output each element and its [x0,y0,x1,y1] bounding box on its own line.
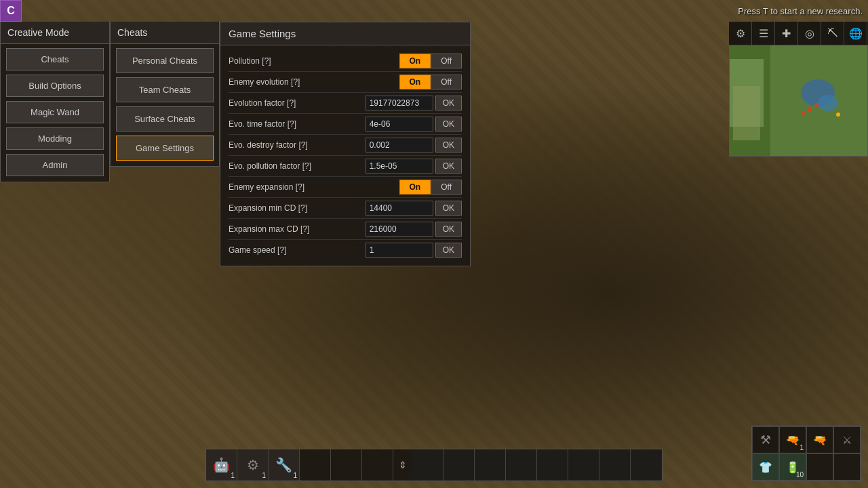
eq-slot-pistol[interactable]: 🔫 1 [779,426,806,453]
globe-icon[interactable]: 🌐 [844,22,867,45]
eq-slot-sword[interactable]: ⚔ [833,426,861,453]
hotbar-slot-6[interactable] [362,449,393,481]
minimap-svg [730,45,868,157]
hotbar-count-1: 1 [231,472,235,479]
evo-pollution-factor-input[interactable] [366,159,433,174]
enemy-evolution-row: Enemy evolution [?] On Off [229,72,462,93]
expansion-min-cd-controls: OK [366,201,462,216]
enemy-evo-off-btn[interactable]: Off [431,75,462,89]
pollution-toggle: On Off [399,54,462,68]
hotbar-divider[interactable]: ⇕ [393,449,412,481]
eq-slot-armor[interactable]: 👕 [752,453,779,481]
evolution-factor-input[interactable] [366,96,433,110]
game-speed-ok[interactable]: OK [435,243,462,258]
list-icon[interactable]: ☰ [752,22,775,45]
cm-btn-cheats[interactable]: Cheats [6,48,104,70]
expansion-max-cd-label: Expansion max CD [?] [229,224,366,234]
gun2-icon: 🔫 [813,434,827,447]
pistol-icon: 🔫 [786,434,800,447]
svg-point-7 [814,103,818,107]
cm-btn-magic-wand[interactable]: Magic Wand [6,101,104,123]
factory-icon[interactable]: ⛏ [821,22,844,45]
hotbar-slot-10[interactable] [506,449,537,481]
evo-destroy-factor-label: Evo. destroy factor [?] [229,140,366,150]
cm-btn-modding[interactable]: Modding [6,127,104,150]
expansion-min-cd-row: Expansion min CD [?] OK [229,198,462,219]
pickaxe-icon: ⚒ [760,432,771,447]
expansion-min-cd-ok[interactable]: OK [435,201,462,216]
enemy-evolution-controls: On Off [399,75,462,89]
research-notification: Press T to start a new research. [738,6,863,16]
hotbar-slot-3[interactable]: 🔧 1 [269,449,300,481]
hotbar-slot-11[interactable] [537,449,568,481]
eq-slot-gun2[interactable]: 🔫 [806,426,833,453]
pollution-on-btn[interactable]: On [399,54,431,68]
hotbar: 🤖 1 ⚙ 1 🔧 1 ⇕ [205,449,663,481]
pollution-row: Pollution [?] On Off [229,51,462,72]
evo-pollution-factor-ok[interactable]: OK [435,159,462,174]
game-settings-btn[interactable]: Game Settings [116,136,214,161]
evo-destroy-factor-ok[interactable]: OK [435,138,462,152]
eq-slot-empty1[interactable] [806,453,833,481]
hotbar-slot-4[interactable] [300,449,331,481]
game-settings-panel: Game Settings Pollution [?] On Off Enemy… [220,22,471,266]
svg-point-8 [801,111,805,115]
hotbar-slot-2[interactable]: ⚙ 1 [237,449,269,481]
evo-time-factor-label: Evo. time factor [?] [229,119,366,129]
toolbar-icons: ⚙ ☰ ✚ ◎ ⛏ 🌐 [729,22,868,45]
add-icon[interactable]: ✚ [775,22,798,45]
expansion-max-cd-controls: OK [366,222,462,237]
enemy-evo-on-btn[interactable]: On [399,75,431,89]
hotbar-slot-8[interactable] [443,449,475,481]
cheats-title: Cheats [111,22,219,44]
battery-count: 10 [796,471,804,479]
pollution-label: Pollution [?] [229,56,399,66]
enemy-expansion-controls: On Off [399,180,462,195]
eq-slot-pickaxe[interactable]: ⚒ [752,426,779,453]
enemy-expansion-label: Enemy expansion [?] [229,182,399,192]
map-pin-icon[interactable]: ◎ [798,22,821,45]
personal-cheats-btn[interactable]: Personal Cheats [116,48,214,73]
hotbar-slot-7[interactable] [412,449,443,481]
enemy-exp-on-btn[interactable]: On [399,180,431,195]
pistol-count: 1 [800,444,804,451]
hotbar-count-2: 1 [262,472,266,479]
surface-cheats-btn[interactable]: Surface Cheats [116,106,214,131]
logo-button[interactable]: C [0,0,22,22]
eq-slot-empty2[interactable] [833,453,861,481]
sword-icon: ⚔ [842,434,852,447]
evo-pollution-factor-row: Evo. pollution factor [?] OK [229,156,462,177]
evo-time-factor-ok[interactable]: OK [435,117,462,131]
hotbar-slot-13[interactable] [599,449,631,481]
hotbar-slot-14[interactable] [631,449,662,481]
enemy-exp-off-btn[interactable]: Off [431,180,462,195]
cm-btn-admin[interactable]: Admin [6,154,104,176]
hotbar-slot-5[interactable] [331,449,362,481]
expansion-max-cd-input[interactable] [366,222,433,237]
hotbar-icon-1: 🤖 [213,457,230,473]
eq-slot-battery[interactable]: 🔋 10 [779,453,806,481]
evo-time-factor-controls: OK [366,117,462,131]
hotbar-slot-9[interactable] [475,449,506,481]
hotbar-slot-12[interactable] [568,449,599,481]
game-speed-label: Game speed [?] [229,245,366,255]
hotbar-slot-1[interactable]: 🤖 1 [206,449,237,481]
cheats-panel: Cheats Personal Cheats Team Cheats Surfa… [110,22,220,167]
pollution-controls: On Off [399,54,462,68]
cm-btn-build-options[interactable]: Build Options [6,75,104,97]
settings-icon[interactable]: ⚙ [729,22,752,45]
evo-destroy-factor-input[interactable] [366,138,433,152]
evo-time-factor-input[interactable] [366,117,433,131]
evo-time-factor-row: Evo. time factor [?] OK [229,114,462,135]
enemy-expansion-row: Enemy expansion [?] On Off [229,177,462,198]
game-settings-body: Pollution [?] On Off Enemy evolution [?]… [220,45,470,266]
evo-destroy-factor-controls: OK [366,138,462,152]
expansion-max-cd-ok[interactable]: OK [435,222,462,237]
pollution-off-btn[interactable]: Off [431,54,462,68]
expansion-min-cd-input[interactable] [366,201,433,216]
game-speed-input[interactable] [366,243,433,258]
evolution-factor-ok[interactable]: OK [435,96,462,110]
team-cheats-btn[interactable]: Team Cheats [116,77,214,102]
equipment-panel: ⚒ 🔫 1 🔫 ⚔ 👕 🔋 10 [751,426,861,481]
enemy-evolution-toggle: On Off [399,75,462,89]
